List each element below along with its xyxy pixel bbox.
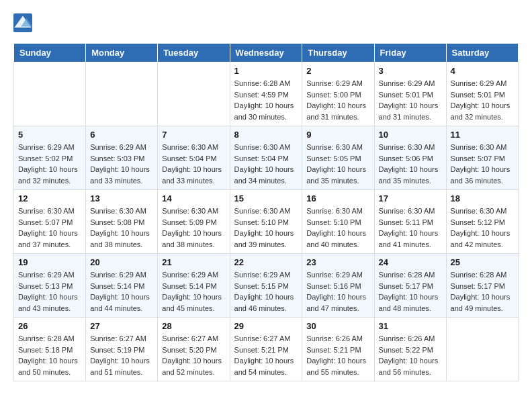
day-number: 13 xyxy=(90,193,153,203)
day-header-wednesday: Wednesday xyxy=(230,44,302,62)
day-info: Sunrise: 6:27 AMSunset: 5:19 PMDaylight:… xyxy=(90,333,153,377)
calendar-cell: 3Sunrise: 6:29 AMSunset: 5:01 PMDaylight… xyxy=(374,62,446,126)
calendar-cell: 15Sunrise: 6:30 AMSunset: 5:10 PMDayligh… xyxy=(230,190,302,254)
day-header-monday: Monday xyxy=(86,44,158,62)
day-info: Sunrise: 6:29 AMSunset: 5:14 PMDaylight:… xyxy=(90,269,153,314)
calendar-cell: 6Sunrise: 6:29 AMSunset: 5:03 PMDaylight… xyxy=(86,126,158,190)
calendar-cell: 25Sunrise: 6:28 AMSunset: 5:17 PMDayligh… xyxy=(446,254,518,318)
calendar-cell: 14Sunrise: 6:30 AMSunset: 5:09 PMDayligh… xyxy=(158,190,230,254)
day-info: Sunrise: 6:28 AMSunset: 5:18 PMDaylight:… xyxy=(18,333,81,377)
day-number: 21 xyxy=(162,257,225,267)
day-header-tuesday: Tuesday xyxy=(158,44,230,62)
day-info: Sunrise: 6:29 AMSunset: 5:00 PMDaylight:… xyxy=(306,78,369,122)
day-info: Sunrise: 6:30 AMSunset: 5:08 PMDaylight:… xyxy=(90,205,153,250)
day-number: 15 xyxy=(234,193,298,203)
day-number: 6 xyxy=(90,130,153,140)
day-number: 7 xyxy=(162,130,225,140)
day-number: 12 xyxy=(18,193,81,203)
day-info: Sunrise: 6:30 AMSunset: 5:05 PMDaylight:… xyxy=(306,142,369,186)
calendar-cell: 11Sunrise: 6:30 AMSunset: 5:07 PMDayligh… xyxy=(446,126,518,190)
calendar-cell: 31Sunrise: 6:26 AMSunset: 5:22 PMDayligh… xyxy=(374,318,446,381)
calendar-week-5: 26Sunrise: 6:28 AMSunset: 5:18 PMDayligh… xyxy=(14,318,519,381)
day-number: 17 xyxy=(379,193,442,203)
calendar-cell: 21Sunrise: 6:29 AMSunset: 5:14 PMDayligh… xyxy=(158,254,230,318)
day-info: Sunrise: 6:26 AMSunset: 5:22 PMDaylight:… xyxy=(379,333,442,377)
day-info: Sunrise: 6:30 AMSunset: 5:07 PMDaylight:… xyxy=(18,205,81,250)
day-info: Sunrise: 6:29 AMSunset: 5:16 PMDaylight:… xyxy=(306,269,369,314)
calendar-week-2: 5Sunrise: 6:29 AMSunset: 5:02 PMDaylight… xyxy=(14,126,519,190)
calendar-cell: 1Sunrise: 6:28 AMSunset: 4:59 PMDaylight… xyxy=(230,62,302,126)
calendar-cell: 4Sunrise: 6:29 AMSunset: 5:01 PMDaylight… xyxy=(446,62,518,126)
day-number: 28 xyxy=(162,321,225,331)
day-number: 14 xyxy=(162,193,225,203)
day-number: 31 xyxy=(379,321,442,331)
calendar-cell: 10Sunrise: 6:30 AMSunset: 5:06 PMDayligh… xyxy=(374,126,446,190)
day-info: Sunrise: 6:30 AMSunset: 5:04 PMDaylight:… xyxy=(234,142,298,186)
day-info: Sunrise: 6:29 AMSunset: 5:03 PMDaylight:… xyxy=(90,142,153,186)
day-info: Sunrise: 6:30 AMSunset: 5:04 PMDaylight:… xyxy=(162,142,225,186)
day-header-thursday: Thursday xyxy=(302,44,374,62)
day-info: Sunrise: 6:30 AMSunset: 5:10 PMDaylight:… xyxy=(234,205,298,250)
day-number: 9 xyxy=(306,130,369,140)
calendar-cell xyxy=(446,318,518,381)
calendar-cell: 30Sunrise: 6:26 AMSunset: 5:21 PMDayligh… xyxy=(302,318,374,381)
calendar-cell: 24Sunrise: 6:28 AMSunset: 5:17 PMDayligh… xyxy=(374,254,446,318)
calendar-cell xyxy=(14,62,86,126)
day-info: Sunrise: 6:30 AMSunset: 5:11 PMDaylight:… xyxy=(379,205,442,250)
day-info: Sunrise: 6:30 AMSunset: 5:10 PMDaylight:… xyxy=(306,205,369,250)
day-number: 30 xyxy=(306,321,369,331)
day-header-sunday: Sunday xyxy=(14,44,86,62)
calendar-header-row: SundayMondayTuesdayWednesdayThursdayFrid… xyxy=(14,44,519,62)
day-info: Sunrise: 6:30 AMSunset: 5:12 PMDaylight:… xyxy=(451,205,514,250)
calendar-cell: 5Sunrise: 6:29 AMSunset: 5:02 PMDaylight… xyxy=(14,126,86,190)
day-info: Sunrise: 6:29 AMSunset: 5:01 PMDaylight:… xyxy=(451,78,514,122)
day-info: Sunrise: 6:28 AMSunset: 4:59 PMDaylight:… xyxy=(234,78,298,122)
calendar-cell xyxy=(86,62,158,126)
day-header-friday: Friday xyxy=(374,44,446,62)
day-number: 24 xyxy=(379,257,442,267)
day-number: 18 xyxy=(451,193,514,203)
calendar-table: SundayMondayTuesdayWednesdayThursdayFrid… xyxy=(13,43,519,381)
calendar-week-3: 12Sunrise: 6:30 AMSunset: 5:07 PMDayligh… xyxy=(14,190,519,254)
day-number: 4 xyxy=(451,66,514,76)
day-number: 26 xyxy=(18,321,81,331)
day-number: 27 xyxy=(90,321,153,331)
day-info: Sunrise: 6:27 AMSunset: 5:21 PMDaylight:… xyxy=(234,333,298,377)
logo-icon xyxy=(13,13,32,32)
calendar-cell: 26Sunrise: 6:28 AMSunset: 5:18 PMDayligh… xyxy=(14,318,86,381)
day-info: Sunrise: 6:29 AMSunset: 5:14 PMDaylight:… xyxy=(162,269,225,314)
day-number: 2 xyxy=(306,66,369,76)
calendar-cell: 8Sunrise: 6:30 AMSunset: 5:04 PMDaylight… xyxy=(230,126,302,190)
calendar-cell: 17Sunrise: 6:30 AMSunset: 5:11 PMDayligh… xyxy=(374,190,446,254)
day-number: 3 xyxy=(379,66,442,76)
day-number: 8 xyxy=(234,130,298,140)
calendar-cell: 7Sunrise: 6:30 AMSunset: 5:04 PMDaylight… xyxy=(158,126,230,190)
page-header xyxy=(13,13,519,32)
logo xyxy=(13,13,35,32)
calendar-cell: 23Sunrise: 6:29 AMSunset: 5:16 PMDayligh… xyxy=(302,254,374,318)
day-info: Sunrise: 6:30 AMSunset: 5:09 PMDaylight:… xyxy=(162,205,225,250)
calendar-cell: 9Sunrise: 6:30 AMSunset: 5:05 PMDaylight… xyxy=(302,126,374,190)
day-number: 29 xyxy=(234,321,298,331)
calendar-cell: 18Sunrise: 6:30 AMSunset: 5:12 PMDayligh… xyxy=(446,190,518,254)
calendar-cell: 16Sunrise: 6:30 AMSunset: 5:10 PMDayligh… xyxy=(302,190,374,254)
day-info: Sunrise: 6:26 AMSunset: 5:21 PMDaylight:… xyxy=(306,333,369,377)
day-number: 5 xyxy=(18,130,81,140)
day-number: 20 xyxy=(90,257,153,267)
day-info: Sunrise: 6:28 AMSunset: 5:17 PMDaylight:… xyxy=(451,269,514,314)
day-number: 22 xyxy=(234,257,298,267)
day-info: Sunrise: 6:29 AMSunset: 5:13 PMDaylight:… xyxy=(18,269,81,314)
day-number: 11 xyxy=(451,130,514,140)
calendar-week-4: 19Sunrise: 6:29 AMSunset: 5:13 PMDayligh… xyxy=(14,254,519,318)
calendar-cell: 22Sunrise: 6:29 AMSunset: 5:15 PMDayligh… xyxy=(230,254,302,318)
day-info: Sunrise: 6:29 AMSunset: 5:02 PMDaylight:… xyxy=(18,142,81,186)
calendar-cell: 20Sunrise: 6:29 AMSunset: 5:14 PMDayligh… xyxy=(86,254,158,318)
day-info: Sunrise: 6:27 AMSunset: 5:20 PMDaylight:… xyxy=(162,333,225,377)
day-number: 1 xyxy=(234,66,298,76)
day-info: Sunrise: 6:30 AMSunset: 5:07 PMDaylight:… xyxy=(451,142,514,186)
calendar-week-1: 1Sunrise: 6:28 AMSunset: 4:59 PMDaylight… xyxy=(14,62,519,126)
day-info: Sunrise: 6:29 AMSunset: 5:01 PMDaylight:… xyxy=(379,78,442,122)
day-number: 19 xyxy=(18,257,81,267)
calendar-cell: 28Sunrise: 6:27 AMSunset: 5:20 PMDayligh… xyxy=(158,318,230,381)
day-header-saturday: Saturday xyxy=(446,44,518,62)
